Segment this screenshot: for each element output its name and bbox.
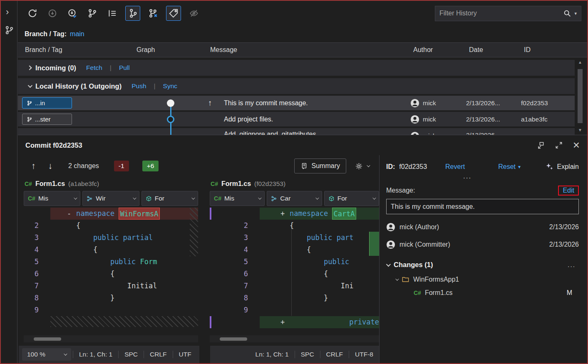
author-date: 2/13/2026 (549, 223, 579, 231)
chevron-down-icon[interactable] (386, 262, 391, 266)
id-label: ID: (386, 163, 395, 171)
changes-more-button[interactable]: ... (568, 261, 576, 269)
explain-button[interactable]: Explain (546, 163, 579, 171)
commit-details-panel: Commit f02d2353 × ↑ (18, 135, 587, 363)
fetch-link[interactable]: Fetch (86, 64, 102, 72)
file-name: Form1.cs (35, 180, 65, 188)
graph-node (167, 116, 174, 123)
left-rail: › (1, 1, 17, 363)
line-ending-indicator: CRLF (320, 351, 349, 358)
col-id: ID (524, 46, 587, 54)
breadcrumb-project-dropdown[interactable]: C# Mis (24, 191, 80, 206)
refresh-icon[interactable] (25, 6, 40, 20)
pull-link[interactable]: Pull (119, 64, 130, 72)
tree-folder-row[interactable]: WinFormsApp1 (395, 275, 579, 283)
more-actions-button[interactable]: ... (463, 172, 480, 181)
tree-file-row[interactable]: C# Form1.cs M (414, 289, 579, 297)
scrollbar-thumb[interactable] (578, 69, 583, 123)
close-icon[interactable]: × (573, 141, 580, 149)
scroll-up-icon[interactable]: ▲ (577, 60, 583, 64)
breadcrumb-class-dropdown[interactable]: For (141, 191, 198, 206)
dropdown-caret-icon: ▾ (518, 164, 521, 170)
current-branch-link[interactable]: main (70, 30, 84, 38)
commit-row-partial[interactable]: Add .gitignore and .gitattributes. mick … (18, 128, 575, 135)
cursor-position: Ln: 1, Ch: 1 (73, 351, 118, 358)
chevron-down-icon[interactable] (395, 277, 399, 280)
code-line: 4 { (210, 244, 379, 256)
push-link[interactable]: Push (131, 82, 146, 90)
edit-message-link[interactable]: Edit (563, 187, 574, 194)
committer-row: mick (Committer) 2/13/2026 (386, 240, 579, 249)
pull-icon[interactable] (65, 6, 79, 20)
incoming-section-row[interactable]: Incoming (0) Fetch | Pull (18, 60, 575, 76)
commit-row[interactable]: ...in ↑ This is my commit message. mick (18, 96, 575, 110)
rail-expand-chevron-icon[interactable]: › (6, 7, 9, 17)
reset-link[interactable]: Reset (498, 163, 516, 171)
show-tags-toggle[interactable] (166, 6, 181, 21)
encoding-indicator: UTF-8 (349, 351, 379, 358)
diff-settings-button[interactable] (355, 162, 369, 171)
fetch-icon[interactable] (45, 6, 60, 20)
next-change-icon[interactable]: ↓ (45, 161, 56, 171)
breadcrumb-namespace-dropdown[interactable]: Car (267, 191, 322, 206)
changes-section-header[interactable]: Changes (1) ... (386, 261, 579, 269)
breadcrumb-class-dropdown[interactable]: For (324, 191, 379, 206)
summary-button[interactable]: Summary (294, 158, 346, 173)
diff-pane-new: C# Form1.cs (f02d2353) C# Mis (210, 177, 379, 342)
sync-link[interactable]: Sync (163, 82, 177, 90)
revert-link[interactable]: Revert (445, 163, 465, 171)
chevron-down-icon (191, 196, 195, 199)
branch-badge-master[interactable]: ...ster (22, 114, 72, 125)
code-editor-old: 1-namespace WinFormsA2{3 public partial4… (24, 208, 198, 335)
history-scrollbar[interactable]: ▲ ▼ (577, 60, 583, 132)
horizontal-scrollbar[interactable] (24, 335, 198, 342)
statusbar-new: Ln: 1, Ch: 1 SPC CRLF UTF-8 (210, 346, 379, 363)
code-line: 8 } (24, 292, 198, 304)
code-line: 2{ (24, 220, 198, 232)
class-icon (146, 196, 152, 202)
chevron-down-icon (367, 163, 370, 167)
breadcrumb-project-dropdown[interactable]: C# Mis (210, 191, 265, 206)
chevron-right-icon[interactable] (27, 65, 32, 70)
commit-panel-header: Commit f02d2353 × (18, 135, 587, 155)
changes-label: Changes (1) (394, 261, 433, 269)
csharp-file-icon: C# (414, 290, 421, 296)
show-graph-toggle[interactable] (125, 6, 140, 21)
diff-padding-hatch (50, 316, 198, 327)
chevron-down-icon[interactable] (28, 83, 32, 88)
breadcrumb-label: Car (280, 195, 290, 202)
breadcrumb-namespace-dropdown[interactable]: Wir (82, 191, 139, 206)
git-branch-icon[interactable] (4, 25, 15, 35)
code-line: 10+ private (210, 316, 379, 328)
search-icon[interactable] (563, 9, 572, 18)
author-name: mick (423, 131, 436, 135)
commit-row[interactable]: ...ster Add project files. mick 2/13/20 (18, 112, 575, 126)
float-window-icon[interactable] (536, 141, 545, 149)
horizontal-scrollbar[interactable] (210, 335, 379, 342)
avatar (386, 223, 395, 232)
graph-layout-icon[interactable] (105, 6, 119, 20)
previous-change-icon[interactable]: ↑ (28, 161, 39, 171)
filter-history-input[interactable] (439, 10, 563, 17)
zoom-dropdown[interactable]: 100 % (22, 348, 71, 361)
zoom-value: 100 % (27, 351, 45, 358)
csharp-file-icon: C# (25, 181, 32, 187)
local-history-section-row[interactable]: Local History (1 Outgoing) Push | Sync (18, 78, 575, 94)
message-label: Message: (386, 187, 415, 194)
scroll-down-icon[interactable]: ▼ (577, 128, 583, 132)
maximize-icon[interactable] (555, 141, 563, 149)
summary-label: Summary (312, 162, 340, 170)
commit-message: This is my commit message. (224, 99, 308, 107)
compare-branch-icon[interactable] (85, 6, 99, 20)
branch-filter-icon[interactable] (146, 6, 160, 20)
commit-message-input[interactable] (386, 199, 579, 214)
hide-graph-icon[interactable] (187, 6, 201, 20)
scrollbar-thumb[interactable] (220, 337, 247, 341)
reset-dropdown[interactable]: Reset ▾ (480, 163, 521, 171)
scrollbar-thumb[interactable] (34, 337, 61, 341)
filter-dropdown-icon[interactable]: ▾ (574, 11, 577, 16)
branch-badge-main[interactable]: ...in (22, 97, 72, 109)
diff-toolbar: ↑ ↓ 2 changes -1 +6 Summary (18, 155, 379, 177)
branch-icon (27, 116, 32, 122)
commit-id: f02d2353 (521, 99, 575, 107)
